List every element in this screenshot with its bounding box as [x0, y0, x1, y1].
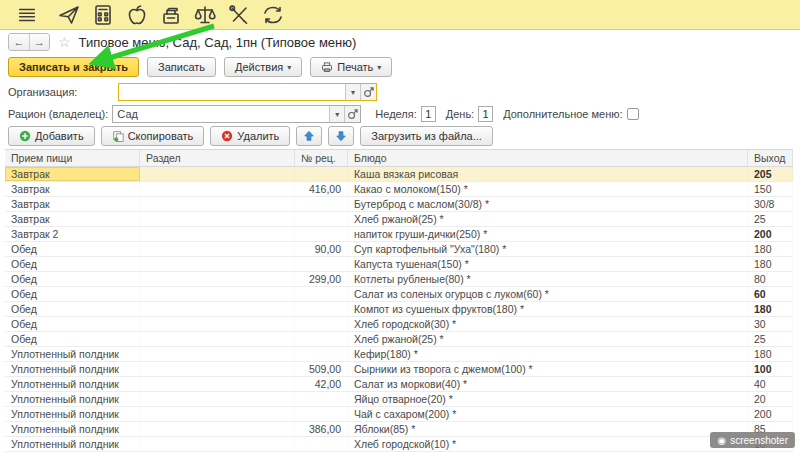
cell-recipe-number[interactable]: [295, 332, 348, 346]
copy-button[interactable]: Скопировать: [101, 126, 205, 146]
cell-section[interactable]: [140, 347, 295, 361]
cell-recipe-number[interactable]: [295, 287, 348, 301]
scales-icon[interactable]: [188, 2, 222, 28]
calculator-icon[interactable]: [86, 2, 120, 28]
cell-section[interactable]: [140, 422, 295, 436]
load-from-file-button[interactable]: Загрузить из файла...: [360, 126, 493, 146]
paper-plane-icon[interactable]: [52, 2, 86, 28]
cell-dish[interactable]: Хлеб городской(10) *: [348, 437, 748, 451]
organization-input[interactable]: [119, 84, 345, 100]
ration-open-link-icon[interactable]: [344, 106, 360, 122]
cell-dish[interactable]: Яблоки(85) *: [348, 422, 748, 436]
cell-recipe-number[interactable]: [295, 227, 348, 241]
cell-section[interactable]: [140, 272, 295, 286]
table-row[interactable]: Завтрак Каша вязкая рисовая 205: [5, 167, 793, 182]
ration-dropdown-button[interactable]: ▾: [329, 106, 344, 122]
cell-dish[interactable]: Хлеб ржаной(25) *: [348, 212, 748, 226]
cell-section[interactable]: [140, 227, 295, 241]
table-row[interactable]: Обед Салат из соленых огурцов с луком(60…: [5, 287, 793, 302]
table-row[interactable]: Уплотненный полдник Яйцо отварное(20) * …: [5, 392, 793, 407]
cell-section[interactable]: [140, 287, 295, 301]
cell-meal[interactable]: Обед: [5, 287, 140, 301]
cell-meal[interactable]: Обед: [5, 257, 140, 271]
cell-output[interactable]: 30: [748, 317, 793, 331]
table-row[interactable]: Обед Хлеб ржаной(25) * 25: [5, 332, 793, 347]
cell-meal[interactable]: Завтрак: [5, 182, 140, 196]
table-row[interactable]: Уплотненный полдник 42,00 Салат из морко…: [5, 377, 793, 392]
cell-dish[interactable]: Компот из сушеных фруктов(180) *: [348, 302, 748, 316]
cell-recipe-number[interactable]: [295, 197, 348, 211]
cell-dish[interactable]: Бутерброд с маслом(30/8) *: [348, 197, 748, 211]
cell-dish[interactable]: Суп картофельный "Уха"(180) *: [348, 242, 748, 256]
cell-recipe-number[interactable]: 416,00: [295, 182, 348, 196]
cell-section[interactable]: [140, 167, 295, 181]
column-header-output[interactable]: Выход: [748, 150, 793, 166]
cell-dish[interactable]: напиток груши-дички(250) *: [348, 227, 748, 241]
cell-recipe-number[interactable]: 90,00: [295, 242, 348, 256]
save-button[interactable]: Записать: [147, 57, 216, 77]
cell-section[interactable]: [140, 362, 295, 376]
cell-meal[interactable]: Уплотненный полдник: [5, 437, 140, 451]
tools-icon[interactable]: [222, 2, 256, 28]
cell-meal[interactable]: Уплотненный полдник: [5, 407, 140, 421]
table-row[interactable]: Завтрак 2 напиток груши-дички(250) * 200: [5, 227, 793, 242]
cell-output[interactable]: 180: [748, 242, 793, 256]
cash-register-icon[interactable]: [154, 2, 188, 28]
cell-section[interactable]: [140, 302, 295, 316]
cell-section[interactable]: [140, 407, 295, 421]
cell-dish[interactable]: Капуста тушеная(150) *: [348, 257, 748, 271]
cell-output[interactable]: 25: [748, 332, 793, 346]
cell-dish[interactable]: Сырники из творога с джемом(100) *: [348, 362, 748, 376]
cell-output[interactable]: 60: [748, 287, 793, 301]
cell-meal[interactable]: Обед: [5, 317, 140, 331]
cell-dish[interactable]: Чай с сахаром(200) *: [348, 407, 748, 421]
week-input[interactable]: 1: [421, 106, 436, 122]
cell-meal[interactable]: Обед: [5, 272, 140, 286]
cell-recipe-number[interactable]: 42,00: [295, 377, 348, 391]
cell-output[interactable]: 25: [748, 212, 793, 226]
cell-recipe-number[interactable]: 386,00: [295, 422, 348, 436]
cell-dish[interactable]: Хлеб ржаной(25) *: [348, 332, 748, 346]
cell-recipe-number[interactable]: [295, 392, 348, 406]
sync-icon[interactable]: [256, 2, 290, 28]
cell-section[interactable]: [140, 257, 295, 271]
cell-meal[interactable]: Завтрак 2: [5, 227, 140, 241]
table-row[interactable]: Уплотненный полдник Хлеб городской(10) *…: [5, 437, 793, 452]
table-row[interactable]: Обед 90,00 Суп картофельный "Уха"(180) *…: [5, 242, 793, 257]
cell-recipe-number[interactable]: [295, 302, 348, 316]
cell-recipe-number[interactable]: 509,00: [295, 362, 348, 376]
column-header-dish[interactable]: Блюдо: [348, 150, 748, 166]
table-row[interactable]: Уплотненный полдник 509,00 Сырники из тв…: [5, 362, 793, 377]
cell-recipe-number[interactable]: 299,00: [295, 272, 348, 286]
cell-recipe-number[interactable]: [295, 407, 348, 421]
cell-output[interactable]: 20: [748, 392, 793, 406]
move-down-button[interactable]: [328, 126, 354, 146]
column-header-section[interactable]: Раздел: [140, 150, 295, 166]
table-row[interactable]: Уплотненный полдник Чай с сахаром(200) *…: [5, 407, 793, 422]
print-button[interactable]: Печать ▾: [310, 57, 392, 77]
cell-output[interactable]: 40: [748, 377, 793, 391]
cell-meal[interactable]: Уплотненный полдник: [5, 362, 140, 376]
cell-dish[interactable]: Какао с молоком(150) *: [348, 182, 748, 196]
cell-meal[interactable]: Завтрак: [5, 212, 140, 226]
add-button[interactable]: Добавить: [8, 126, 95, 146]
cell-section[interactable]: [140, 332, 295, 346]
cell-section[interactable]: [140, 377, 295, 391]
cell-recipe-number[interactable]: [295, 167, 348, 181]
cell-section[interactable]: [140, 392, 295, 406]
menu-icon[interactable]: [10, 2, 44, 28]
table-row[interactable]: Обед 299,00 Котлеты рубленые(80) * 80: [5, 272, 793, 287]
back-button[interactable]: ←: [9, 34, 29, 50]
favorite-star-icon[interactable]: ☆: [56, 34, 73, 50]
cell-output[interactable]: 100: [748, 362, 793, 376]
cell-dish[interactable]: Салат из соленых огурцов с луком(60) *: [348, 287, 748, 301]
cell-output[interactable]: 180: [748, 347, 793, 361]
table-row[interactable]: Обед Хлеб городской(30) * 30: [5, 317, 793, 332]
table-row[interactable]: Уплотненный полдник 386,00 Яблоки(85) * …: [5, 422, 793, 437]
table-row[interactable]: Обед Компот из сушеных фруктов(180) * 18…: [5, 302, 793, 317]
column-header-recipe[interactable]: № рец.: [295, 150, 348, 166]
delete-button[interactable]: Удалить: [210, 126, 290, 146]
cell-section[interactable]: [140, 182, 295, 196]
save-and-close-button[interactable]: Записать и закрыть: [8, 57, 139, 77]
column-header-meal[interactable]: Прием пищи: [5, 150, 140, 166]
